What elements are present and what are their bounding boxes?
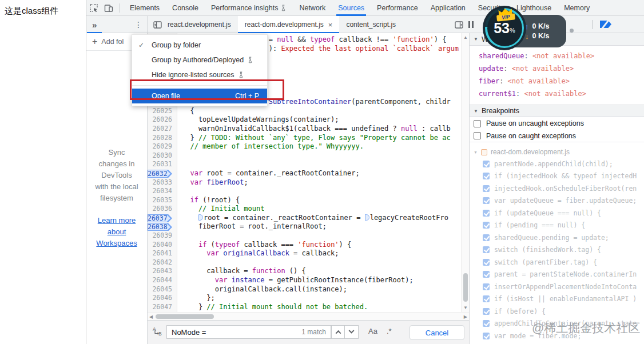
line-number[interactable]: 26046 <box>148 294 177 303</box>
breakpoint-marker[interactable]: 26038 <box>148 222 177 231</box>
breakpoint-chip[interactable]: 26037 <box>148 214 172 222</box>
pause-caught-checkbox[interactable] <box>474 132 481 139</box>
breakpoint-entry[interactable]: var updateQueue = fiber.updateQueue; <box>470 195 644 207</box>
line-number[interactable]: 26030 <box>148 151 177 161</box>
menu-item-group-by-folder[interactable]: ✓Group by folder <box>132 38 267 53</box>
line-number[interactable]: 26025 <box>148 107 177 116</box>
breakpoint-marker[interactable]: 26037 <box>148 214 177 223</box>
panel-tab-console[interactable]: Console <box>166 0 205 16</box>
file-tab-content-script-js[interactable]: content_script.js <box>339 16 403 33</box>
line-number[interactable]: 26042 <box>148 258 177 267</box>
breakpoint-checkbox[interactable] <box>483 222 490 229</box>
file-tab-react-development-js[interactable]: react.development.js <box>161 16 238 33</box>
panel-tab-memory[interactable]: Memory <box>558 0 596 16</box>
breakpoint-entry[interactable]: if (pending === null) { <box>470 219 644 232</box>
breakpoint-entry[interactable]: switch (finishedWork.tag) { <box>470 244 644 257</box>
pause-uncaught-checkbox[interactable] <box>474 120 481 127</box>
file-tab-react-dom-development-js[interactable]: react-dom.development.js× <box>238 16 340 33</box>
scroll-left-icon[interactable]: ◀ <box>149 314 153 319</box>
breakpoint-checkbox[interactable] <box>483 308 490 315</box>
line-number[interactable]: 26028 <box>148 134 177 143</box>
pause-caught-row[interactable]: Pause on caught exceptions <box>470 130 644 142</box>
breakpoint-chip[interactable]: 26032 <box>148 170 172 178</box>
inline-breakpoint-icon[interactable] <box>365 214 369 221</box>
panel-tab-network[interactable]: Network <box>293 0 332 16</box>
breakpoint-entry[interactable]: injectedHook.onScheduleFiberRoot(ren <box>470 182 644 195</box>
line-number[interactable]: 26044 <box>148 276 177 285</box>
line-number[interactable]: 26035 <box>148 196 177 205</box>
more-tabs-chevron[interactable]: » <box>86 20 97 30</box>
horizontal-scrollbar-thumb[interactable] <box>156 314 214 319</box>
watch-item[interactable]: current$1: <not available> <box>470 87 644 100</box>
line-number[interactable]: 26034 <box>148 187 177 196</box>
line-number[interactable]: 26027 <box>148 125 177 134</box>
match-case-button[interactable]: Aa <box>368 325 377 335</box>
breakpoint-file-group[interactable]: ▼ react-dom.development.js <box>470 146 644 158</box>
breakpoint-entry[interactable]: if (before) { <box>470 305 644 318</box>
regex-button[interactable]: .* <box>387 325 392 335</box>
watch-item[interactable]: update: <not available> <box>470 62 644 75</box>
panel-tab-elements[interactable]: Elements <box>124 0 166 16</box>
breakpoint-checkbox[interactable] <box>483 234 490 241</box>
breakpoint-checkbox[interactable] <box>483 197 490 204</box>
close-tab-icon[interactable]: × <box>328 21 333 29</box>
breakpoint-checkbox[interactable] <box>483 295 490 302</box>
breakpoint-entry[interactable]: if (injectedHook && typeof injectedH <box>470 170 644 183</box>
line-number[interactable]: 26029 <box>148 142 177 151</box>
more-options-icon[interactable]: ⋮ <box>134 20 142 29</box>
line-number[interactable]: 26036 <box>148 205 177 214</box>
device-toolbar-icon[interactable] <box>101 1 116 15</box>
learn-more-workspaces-link[interactable]: Learn more about Workspaces <box>96 216 137 247</box>
breakpoint-checkbox[interactable] <box>483 271 490 278</box>
breakpoint-checkbox[interactable] <box>483 283 490 290</box>
breakpoint-checkbox[interactable] <box>483 259 490 266</box>
line-number[interactable]: 26026 <box>148 115 177 125</box>
breakpoint-entry[interactable]: if ((mode & BlockingMode) === NoMode <box>470 342 644 344</box>
panel-tab-sources[interactable]: Sources <box>332 0 371 16</box>
scroll-up-icon[interactable]: ▲ <box>463 35 468 40</box>
line-number[interactable]: 26043 <box>148 267 177 276</box>
panel-tab-performance[interactable]: Performance <box>371 0 424 16</box>
breakpoint-entry[interactable]: parent = parentStateNode.containerIn <box>470 269 644 281</box>
breakpoint-checkbox[interactable] <box>483 173 490 179</box>
line-number[interactable]: 26045 <box>148 285 177 294</box>
pause-uncaught-row[interactable]: Pause on uncaught exceptions <box>470 117 644 130</box>
breakpoints-section-header[interactable]: ▼ Breakpoints <box>470 105 644 117</box>
breakpoint-entry[interactable]: if (isHost || enableFundamentalAPI ) <box>470 293 644 306</box>
breakpoint-checkbox[interactable] <box>483 246 490 253</box>
breakpoint-entry[interactable]: switch (parentFiber.tag) { <box>470 256 644 269</box>
pause-script-execution-icon[interactable] <box>468 21 475 28</box>
breakpoint-marker[interactable]: 26032 <box>148 169 177 178</box>
line-number[interactable]: 26047 <box>148 303 177 312</box>
breakpoint-entry[interactable]: sharedQueue.pending = update; <box>470 231 644 244</box>
watch-item[interactable]: fiber: <not available> <box>470 75 644 87</box>
find-input[interactable] <box>172 328 301 337</box>
vertical-scrollbar-thumb[interactable] <box>463 273 468 302</box>
vertical-scrollbar[interactable]: ▲ ▼ <box>461 33 469 312</box>
watch-item[interactable]: sharedQueue: <not available> <box>470 50 644 62</box>
breakpoint-checkbox[interactable] <box>483 320 490 327</box>
scroll-right-icon[interactable]: ▶ <box>464 314 467 319</box>
show-debugger-panel-icon[interactable] <box>452 19 465 30</box>
line-number[interactable]: 26031 <box>148 160 177 169</box>
panel-tab-performance-insights[interactable]: Performance insights <box>205 0 293 16</box>
panel-tab-application[interactable]: Application <box>424 0 472 16</box>
line-number[interactable]: 26041 <box>148 249 177 258</box>
scroll-down-icon[interactable]: ▼ <box>463 305 468 310</box>
line-number[interactable]: 26039 <box>148 231 177 241</box>
breakpoint-entry[interactable]: if (updateQueue === null) { <box>470 207 644 219</box>
breakpoint-checkbox[interactable] <box>483 161 490 167</box>
cancel-button[interactable]: Cancel <box>410 325 464 340</box>
breakpoint-entry[interactable]: insertOrAppendPlacementNodeIntoConta <box>470 281 644 293</box>
menu-item-group-by-authored-deployed[interactable]: Group by Authored/Deployed <box>132 53 267 67</box>
line-number[interactable]: 26040 <box>148 241 177 250</box>
line-number[interactable]: 26033 <box>148 178 177 187</box>
breakpoint-chip[interactable]: 26038 <box>148 223 172 231</box>
deactivate-breakpoints-icon[interactable] <box>600 21 611 28</box>
breakpoint-checkbox[interactable] <box>483 333 490 339</box>
inline-breakpoint-icon[interactable] <box>198 214 203 221</box>
replace-toggle-icon[interactable]: AB <box>152 326 162 336</box>
previous-match-button[interactable] <box>331 325 345 339</box>
next-match-button[interactable] <box>345 325 359 339</box>
inspect-element-icon[interactable] <box>86 1 101 15</box>
